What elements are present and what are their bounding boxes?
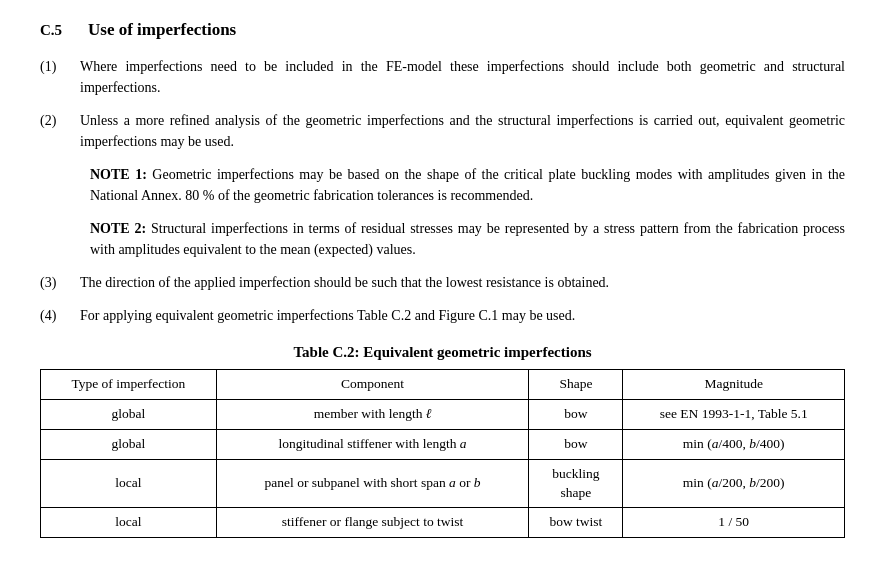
row3-shape: bucklingshape <box>529 459 623 508</box>
table-section: Table C.2: Equivalent geometric imperfec… <box>40 344 845 538</box>
col-header-magnitude: Magnitude <box>623 370 845 400</box>
row4-type: local <box>41 508 217 538</box>
row4-magnitude: 1 / 50 <box>623 508 845 538</box>
paragraph-3: (3) The direction of the applied imperfe… <box>40 272 845 293</box>
section-title: Use of imperfections <box>88 20 236 40</box>
para-num-4: (4) <box>40 305 80 326</box>
imperfection-table: Type of imperfection Component Shape Mag… <box>40 369 845 538</box>
row1-shape: bow <box>529 399 623 429</box>
row4-shape: bow twist <box>529 508 623 538</box>
para-text-3: The direction of the applied imperfectio… <box>80 272 845 293</box>
table-title: Table C.2: Equivalent geometric imperfec… <box>40 344 845 361</box>
paragraph-4: (4) For applying equivalent geometric im… <box>40 305 845 326</box>
row3-type: local <box>41 459 217 508</box>
para-text-1: Where imperfections need to be included … <box>80 56 845 98</box>
row1-component: member with length ℓ <box>216 399 529 429</box>
note-2-label: NOTE 2: <box>90 221 146 236</box>
row2-type: global <box>41 429 217 459</box>
note-1-text: Geometric imperfections may be based on … <box>90 167 845 203</box>
row4-component: stiffener or flange subject to twist <box>216 508 529 538</box>
para-num-1: (1) <box>40 56 80 98</box>
para-num-2: (2) <box>40 110 80 152</box>
note-1-label: NOTE 1: <box>90 167 147 182</box>
row3-component: panel or subpanel with short span a or b <box>216 459 529 508</box>
para-text-4: For applying equivalent geometric imperf… <box>80 305 845 326</box>
table-row: global longitudinal stiffener with lengt… <box>41 429 845 459</box>
para-text-2: Unless a more refined analysis of the ge… <box>80 110 845 152</box>
table-row: global member with length ℓ bow see EN 1… <box>41 399 845 429</box>
section-header: C.5 Use of imperfections <box>40 20 845 40</box>
section-number: C.5 <box>40 22 72 39</box>
row1-type: global <box>41 399 217 429</box>
col-header-shape: Shape <box>529 370 623 400</box>
row3-magnitude: min (a/200, b/200) <box>623 459 845 508</box>
table-row: local stiffener or flange subject to twi… <box>41 508 845 538</box>
note-2: NOTE 2: Structural imperfections in term… <box>90 218 845 260</box>
para-num-3: (3) <box>40 272 80 293</box>
row2-magnitude: min (a/400, b/400) <box>623 429 845 459</box>
paragraph-2: (2) Unless a more refined analysis of th… <box>40 110 845 152</box>
note-1: NOTE 1: Geometric imperfections may be b… <box>90 164 845 206</box>
col-header-type: Type of imperfection <box>41 370 217 400</box>
row1-magnitude: see EN 1993-1-1, Table 5.1 <box>623 399 845 429</box>
note-2-text: Structural imperfections in terms of res… <box>90 221 845 257</box>
paragraph-1: (1) Where imperfections need to be inclu… <box>40 56 845 98</box>
row2-component: longitudinal stiffener with length a <box>216 429 529 459</box>
table-row: local panel or subpanel with short span … <box>41 459 845 508</box>
row2-shape: bow <box>529 429 623 459</box>
table-header-row: Type of imperfection Component Shape Mag… <box>41 370 845 400</box>
col-header-component: Component <box>216 370 529 400</box>
